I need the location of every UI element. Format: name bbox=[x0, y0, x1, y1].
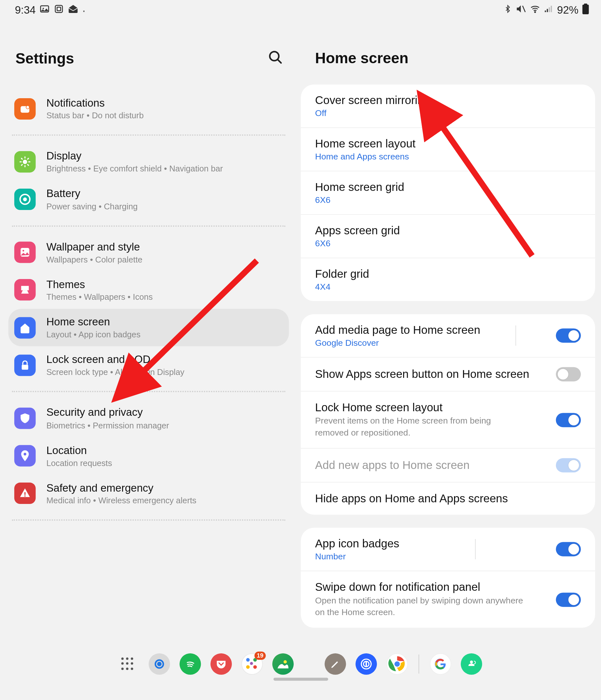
svg-rect-19 bbox=[22, 365, 28, 370]
sidebar-item-location[interactable]: Location Location requests bbox=[8, 437, 289, 475]
status-left: 9:34 · bbox=[15, 4, 86, 17]
bluetooth-icon bbox=[503, 4, 512, 17]
taskbar-app-chrome[interactable] bbox=[386, 653, 408, 675]
row-value: 6X6 bbox=[315, 239, 581, 248]
toggle-switch[interactable] bbox=[556, 367, 581, 381]
setting-row[interactable]: Folder grid4X4 bbox=[301, 258, 595, 301]
sidebar-item-label: Home screen bbox=[46, 315, 140, 329]
svg-point-24 bbox=[158, 662, 161, 665]
section-divider bbox=[12, 225, 286, 227]
home-indicator[interactable] bbox=[273, 678, 328, 680]
row-title: Show Apps screen button on Home screen bbox=[315, 368, 529, 381]
settings-card: Cover screen mirroringOffHome screen lay… bbox=[301, 84, 595, 301]
mute-icon bbox=[516, 4, 526, 17]
sidebar-item-label: Safety and emergency bbox=[46, 481, 196, 495]
section-divider bbox=[12, 391, 286, 393]
setting-row[interactable]: Swipe down for notification panelOpen th… bbox=[301, 571, 595, 628]
detail-pane: Home screen Cover screen mirroringOffHom… bbox=[295, 17, 601, 641]
page-title: Settings bbox=[16, 50, 74, 67]
home-icon bbox=[14, 317, 35, 338]
toggle-switch[interactable] bbox=[556, 542, 581, 556]
row-value: Number bbox=[315, 552, 399, 561]
sidebar-item-home[interactable]: Home screen Layout • App icon badges bbox=[8, 309, 289, 346]
security-icon bbox=[14, 407, 35, 429]
setting-row[interactable]: Lock Home screen layoutPrevent items on … bbox=[301, 391, 595, 448]
setting-row[interactable]: Add new apps to Home screen bbox=[301, 448, 595, 482]
sidebar-item-sub: Biometrics • Permission manager bbox=[46, 420, 169, 431]
search-icon[interactable] bbox=[267, 49, 283, 67]
sidebar-item-label: Themes bbox=[46, 277, 153, 292]
sidebar-item-notifications[interactable]: Notifications Status bar • Do not distur… bbox=[8, 90, 289, 127]
sidebar-item-sub: Brightness • Eye comfort shield • Naviga… bbox=[46, 163, 223, 175]
svg-point-13 bbox=[26, 105, 29, 108]
sidebar-item-label: Lock screen and AOD bbox=[46, 352, 184, 367]
wallpaper-icon bbox=[14, 242, 35, 263]
row-title: Lock Home screen layout bbox=[315, 401, 523, 414]
status-photo-icon bbox=[39, 4, 50, 17]
taskbar-app-pencil[interactable] bbox=[324, 653, 346, 675]
svg-point-35 bbox=[394, 661, 400, 667]
sidebar-item-sub: Wallpapers • Color palette bbox=[46, 254, 142, 266]
notifications-icon bbox=[14, 98, 35, 119]
sidebar-item-label: Security and privacy bbox=[46, 405, 169, 420]
setting-row[interactable]: Home screen grid6X6 bbox=[301, 171, 595, 214]
sidebar-item-sub: Status bar • Do not disturb bbox=[46, 110, 143, 122]
taskbar-divider bbox=[419, 655, 419, 674]
row-sub: Prevent items on the Home screen from be… bbox=[315, 416, 523, 439]
setting-row[interactable]: Hide apps on Home and Apps screens bbox=[301, 482, 595, 515]
toggle-switch[interactable] bbox=[556, 412, 581, 427]
svg-point-18 bbox=[23, 250, 24, 251]
sidebar-item-lock[interactable]: Lock screen and AOD Screen lock type • A… bbox=[8, 346, 289, 384]
display-icon bbox=[14, 151, 35, 172]
toggle-switch[interactable] bbox=[556, 328, 581, 343]
sidebar-item-themes[interactable]: Themes Themes • Wallpapers • Icons bbox=[8, 271, 289, 309]
toggle-switch[interactable] bbox=[556, 593, 581, 607]
taskbar-app-spotify[interactable] bbox=[179, 653, 201, 675]
row-title: Apps screen grid bbox=[315, 224, 581, 237]
setting-row[interactable]: App icon badgesNumber bbox=[301, 528, 595, 571]
svg-rect-9 bbox=[582, 4, 589, 14]
taskbar-app-gallery[interactable] bbox=[272, 653, 294, 675]
toggle-separator bbox=[475, 539, 476, 559]
section-divider bbox=[12, 520, 286, 521]
svg-point-25 bbox=[246, 658, 250, 662]
svg-rect-10 bbox=[584, 4, 587, 5]
setting-row[interactable]: Show Apps screen button on Home screen bbox=[301, 357, 595, 391]
taskbar: 19 bbox=[0, 645, 601, 683]
setting-row[interactable]: Add media page to Home screenGoogle Disc… bbox=[301, 314, 595, 357]
status-right: 92% bbox=[503, 4, 589, 17]
settings-sidebar: Settings Notifications Status bar • Do n… bbox=[0, 17, 295, 641]
taskbar-badge: 19 bbox=[255, 651, 266, 660]
setting-row[interactable]: Apps screen grid6X6 bbox=[301, 214, 595, 258]
themes-icon bbox=[14, 279, 35, 301]
sidebar-item-sub: Location requests bbox=[46, 457, 112, 469]
sidebar-item-security[interactable]: Security and privacy Biometrics • Permis… bbox=[8, 400, 289, 437]
row-title: Home screen grid bbox=[315, 181, 581, 194]
row-value: 4X4 bbox=[315, 282, 581, 291]
setting-row[interactable]: Cover screen mirroringOff bbox=[301, 84, 595, 127]
sidebar-item-safety[interactable]: Safety and emergency Medical info • Wire… bbox=[8, 475, 289, 512]
sidebar-item-label: Notifications bbox=[46, 96, 143, 110]
taskbar-app-pocket[interactable] bbox=[210, 653, 232, 675]
sidebar-item-display[interactable]: Display Brightness • Eye comfort shield … bbox=[8, 143, 289, 180]
taskbar-app-share[interactable] bbox=[461, 653, 482, 675]
sidebar-item-label: Battery bbox=[46, 186, 138, 201]
app-drawer-icon[interactable] bbox=[119, 654, 139, 674]
svg-point-29 bbox=[250, 662, 253, 665]
row-title: Cover screen mirroring bbox=[315, 94, 581, 107]
status-mail-icon bbox=[68, 4, 78, 17]
svg-point-30 bbox=[284, 660, 287, 664]
sidebar-item-wallpaper[interactable]: Wallpaper and style Wallpapers • Color p… bbox=[8, 234, 289, 271]
taskbar-app-onepass[interactable] bbox=[356, 653, 377, 675]
setting-row[interactable]: Home screen layoutHome and Apps screens bbox=[301, 127, 595, 171]
svg-rect-3 bbox=[57, 7, 60, 11]
battery-icon bbox=[582, 4, 589, 17]
toggle-switch[interactable] bbox=[556, 458, 581, 473]
sidebar-item-sub: Screen lock type • Always On Display bbox=[46, 367, 184, 378]
taskbar-app-google[interactable] bbox=[430, 653, 451, 675]
svg-point-14 bbox=[23, 159, 27, 164]
taskbar-app-target[interactable] bbox=[149, 653, 170, 675]
svg-rect-21 bbox=[24, 492, 25, 495]
taskbar-app-cluster[interactable]: 19 bbox=[241, 653, 263, 675]
sidebar-item-battery[interactable]: Battery Power saving • Charging bbox=[8, 180, 289, 218]
